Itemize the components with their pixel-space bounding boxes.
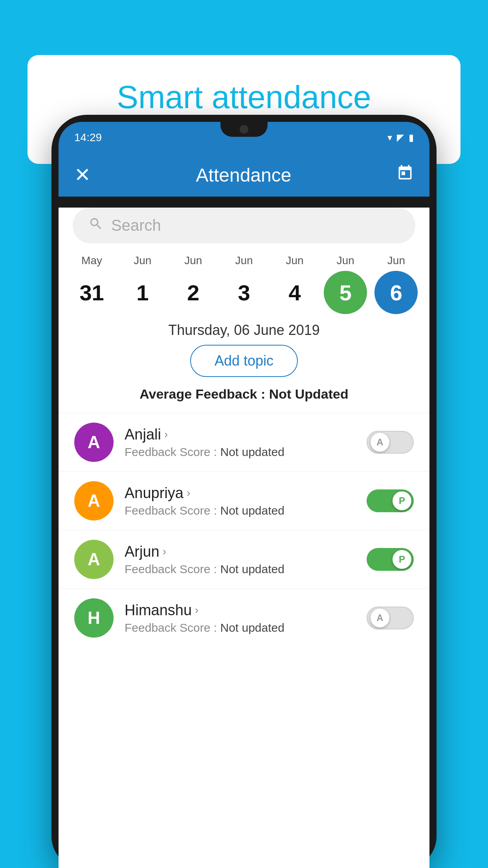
camera-dot (240, 125, 248, 134)
student-row-anupriya[interactable]: A Anupriya › Feedback Score : Not update… (59, 471, 429, 530)
feedback-arjun: Feedback Score : Not updated (125, 563, 356, 576)
calendar-day-jun3[interactable]: Jun 3 (220, 254, 268, 314)
hero-title: Smart attendance (59, 79, 429, 116)
toggle-arjun[interactable]: P (367, 548, 414, 571)
search-icon (88, 216, 103, 235)
avatar-anjali: A (74, 423, 114, 462)
status-bar: 14:29 ▾ ◤ ▮ (59, 122, 429, 153)
student-row-himanshu[interactable]: H Himanshu › Feedback Score : Not update… (59, 588, 429, 647)
search-bar[interactable]: Search (73, 208, 415, 243)
battery-icon: ▮ (409, 132, 414, 143)
toggle-himanshu[interactable]: A (367, 607, 414, 629)
student-name-arjun: Arjun › (125, 543, 356, 560)
student-info-anjali: Anjali › Feedback Score : Not updated (125, 426, 356, 459)
student-info-himanshu: Himanshu › Feedback Score : Not updated (125, 602, 356, 634)
student-row-anjali[interactable]: A Anjali › Feedback Score : Not updated … (59, 413, 429, 471)
toggle-track-on: P (367, 489, 414, 512)
close-button[interactable]: ✕ (74, 164, 91, 186)
phone-mockup: 14:29 ▾ ◤ ▮ ✕ Attendance (51, 115, 437, 868)
calendar-day-jun5[interactable]: Jun 5 (322, 254, 369, 314)
selected-date: Thursday, 06 June 2019 (59, 322, 429, 338)
student-name-himanshu: Himanshu › (125, 602, 356, 619)
calendar-strip: May 31 Jun 1 Jun 2 Jun 3 Jun 4 (59, 254, 429, 314)
calendar-day-jun2[interactable]: Jun 2 (170, 254, 217, 314)
wifi-icon: ▾ (387, 132, 392, 143)
calendar-day-jun4[interactable]: Jun 4 (271, 254, 318, 314)
status-icons: ▾ ◤ ▮ (387, 132, 414, 143)
student-list: A Anjali › Feedback Score : Not updated … (59, 413, 429, 647)
chevron-icon: › (164, 428, 168, 441)
toggle-anjali[interactable]: A (367, 431, 414, 454)
status-time: 14:29 (74, 131, 102, 144)
calendar-day-jun1[interactable]: Jun 1 (119, 254, 166, 314)
feedback-anjali: Feedback Score : Not updated (125, 445, 356, 459)
app-title: Attendance (196, 164, 292, 186)
toggle-track-on: P (367, 548, 414, 571)
toggle-knob: A (371, 609, 389, 627)
phone-notch (220, 122, 268, 137)
student-row-arjun[interactable]: A Arjun › Feedback Score : Not updated P (59, 530, 429, 588)
feedback-himanshu: Feedback Score : Not updated (125, 621, 356, 634)
signal-icon: ◤ (397, 132, 404, 143)
student-info-anupriya: Anupriya › Feedback Score : Not updated (125, 485, 356, 517)
avg-feedback-value: Not Updated (269, 386, 349, 401)
toggle-anupriya[interactable]: P (367, 489, 414, 512)
toggle-track-off: A (367, 431, 414, 454)
toggle-knob: P (393, 491, 411, 510)
chevron-icon: › (163, 545, 166, 558)
avatar-himanshu: H (74, 598, 114, 638)
student-name-anupriya: Anupriya › (125, 485, 356, 502)
avatar-anupriya: A (74, 481, 114, 520)
average-feedback: Average Feedback : Not Updated (59, 386, 429, 402)
add-topic-button[interactable]: Add topic (190, 345, 298, 377)
calendar-day-jun6[interactable]: Jun 6 (372, 254, 420, 314)
calendar-day-may31[interactable]: May 31 (68, 254, 116, 314)
app-bar: ✕ Attendance (59, 153, 429, 197)
phone-outer: 14:29 ▾ ◤ ▮ ✕ Attendance (51, 115, 437, 868)
student-info-arjun: Arjun › Feedback Score : Not updated (125, 543, 356, 576)
toggle-knob: A (371, 433, 389, 452)
feedback-anupriya: Feedback Score : Not updated (125, 504, 356, 517)
toggle-knob: P (393, 550, 411, 569)
search-placeholder: Search (111, 217, 161, 234)
chevron-icon: › (187, 487, 190, 499)
calendar-icon[interactable] (396, 164, 414, 186)
student-name-anjali: Anjali › (125, 426, 356, 443)
avatar-arjun: A (74, 540, 114, 579)
app-content: Search May 31 Jun 1 Jun 2 Jun 3 (59, 208, 429, 868)
chevron-icon: › (195, 604, 198, 616)
toggle-track-off: A (367, 607, 414, 629)
avg-feedback-label: Average Feedback : (139, 386, 265, 401)
